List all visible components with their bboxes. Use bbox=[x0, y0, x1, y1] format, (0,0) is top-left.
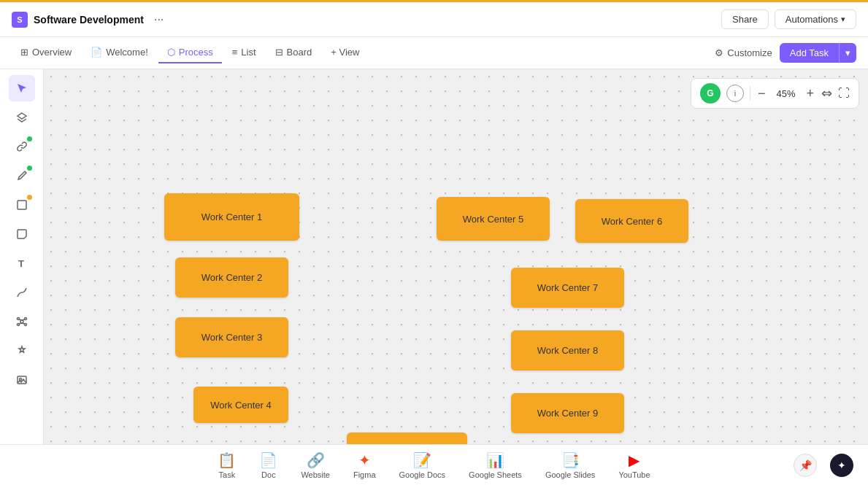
list-icon: ≡ bbox=[232, 47, 238, 58]
bottom-item-googledocs[interactable]: 📝 Google Docs bbox=[399, 451, 446, 479]
rect-dot-indicator bbox=[27, 195, 32, 200]
automations-button[interactable]: Automations ▾ bbox=[775, 9, 856, 29]
work-card-wc3[interactable]: Work Center 3 bbox=[175, 317, 288, 357]
canvas-toolbar: G i − 45% + ⇔ ⛶ bbox=[691, 78, 859, 109]
sidebar-text-tool[interactable]: T bbox=[9, 250, 35, 276]
link-dot-indicator bbox=[27, 136, 32, 141]
top-bar-right: Share Automations ▾ bbox=[721, 9, 856, 29]
top-bar-left: S Software Development ··· bbox=[12, 12, 168, 28]
sidebar-note-tool[interactable] bbox=[9, 221, 35, 247]
add-view-label: + View bbox=[331, 47, 359, 58]
sidebar-draw-tool[interactable] bbox=[9, 279, 35, 306]
googleslides-icon: 📑 bbox=[561, 451, 580, 469]
process-icon: ⬡ bbox=[167, 47, 175, 58]
bottom-item-doc[interactable]: 📄 Doc bbox=[259, 451, 277, 479]
work-card-wc7[interactable]: Work Center 7 bbox=[511, 268, 624, 308]
sidebar-cursor-tool[interactable] bbox=[9, 75, 35, 101]
tab-overview[interactable]: ⊞ Overview bbox=[12, 42, 80, 63]
sidebar-link-tool[interactable] bbox=[9, 133, 35, 160]
sidebar-image-tool[interactable] bbox=[9, 367, 35, 393]
svg-point-5 bbox=[24, 318, 26, 320]
info-icon: i bbox=[734, 89, 736, 98]
zoom-out-button[interactable]: − bbox=[756, 86, 767, 101]
bottom-item-figma[interactable]: ✦ Figma bbox=[353, 451, 376, 479]
task-icon: 📋 bbox=[218, 451, 236, 469]
work-card-wc6[interactable]: Work Center 6 bbox=[575, 199, 688, 243]
pen-dot-indicator bbox=[27, 166, 32, 171]
work-card-wc5[interactable]: Work Center 5 bbox=[437, 197, 550, 241]
user-avatar: G bbox=[700, 83, 721, 104]
main-area: T G i − 45% bbox=[0, 69, 868, 444]
googlesheets-icon: 📊 bbox=[486, 451, 504, 469]
figma-icon: ✦ bbox=[358, 451, 371, 469]
nav-tabs: ⊞ Overview 📄 Welcome! ⬡ Process ≡ List ⊟… bbox=[0, 37, 868, 69]
add-task-chevron-icon[interactable]: ▾ bbox=[839, 43, 856, 63]
bottom-item-task[interactable]: 📋 Task bbox=[218, 451, 236, 479]
add-task-button[interactable]: Add Task ▾ bbox=[780, 43, 856, 63]
svg-marker-0 bbox=[18, 113, 26, 119]
info-button[interactable]: i bbox=[726, 85, 744, 102]
work-card-wc1[interactable]: Work Center 1 bbox=[164, 193, 299, 241]
left-sidebar: T bbox=[0, 69, 44, 444]
tab-process[interactable]: ⬡ Process bbox=[158, 42, 222, 63]
nav-tabs-right: ⚙ Customize Add Task ▾ bbox=[715, 43, 856, 63]
sidebar-ai-tool[interactable] bbox=[9, 338, 35, 364]
tab-welcome[interactable]: 📄 Welcome! bbox=[82, 42, 157, 63]
fit-screen-button[interactable]: ⇔ bbox=[821, 85, 832, 101]
customize-label: Customize bbox=[727, 47, 772, 58]
project-name: Software Development bbox=[34, 14, 144, 26]
zoom-level: 45% bbox=[772, 88, 799, 99]
work-card-wc4a[interactable]: Work Center 4 bbox=[193, 387, 288, 423]
sidebar-rect-tool[interactable] bbox=[9, 192, 35, 218]
tab-list[interactable]: ≡ List bbox=[223, 42, 265, 63]
svg-point-4 bbox=[17, 318, 19, 320]
overview-icon: ⊞ bbox=[20, 47, 28, 58]
tab-list-label: List bbox=[241, 47, 256, 58]
doc-icon: 📄 bbox=[259, 451, 277, 469]
automations-label: Automations bbox=[786, 14, 838, 25]
canvas-area[interactable]: G i − 45% + ⇔ ⛶ Work Center 1Work Center… bbox=[44, 69, 868, 444]
bottom-item-website[interactable]: 🔗 Website bbox=[301, 451, 330, 479]
sidebar-layers-tool[interactable] bbox=[9, 104, 35, 131]
tab-process-label: Process bbox=[179, 47, 213, 58]
tab-add-view[interactable]: + View bbox=[322, 42, 368, 63]
sidebar-network-tool[interactable] bbox=[9, 309, 35, 335]
svg-rect-1 bbox=[18, 201, 26, 209]
googleslides-label: Google Slides bbox=[545, 470, 596, 479]
more-button[interactable]: ··· bbox=[150, 12, 168, 28]
website-label: Website bbox=[301, 470, 330, 479]
canvas-background: G i − 45% + ⇔ ⛶ Work Center 1Work Center… bbox=[44, 69, 868, 444]
sparkle-button[interactable]: ✦ bbox=[830, 454, 853, 477]
work-card-wc8[interactable]: Work Center 8 bbox=[511, 330, 624, 370]
pin-button[interactable]: 📌 bbox=[794, 454, 817, 477]
fullscreen-button[interactable]: ⛶ bbox=[838, 87, 850, 100]
customize-button[interactable]: ⚙ Customize bbox=[715, 47, 772, 58]
nav-tabs-left: ⊞ Overview 📄 Welcome! ⬡ Process ≡ List ⊟… bbox=[12, 42, 368, 63]
work-card-wc4b[interactable]: Work Center 4 bbox=[347, 432, 467, 444]
work-card-wc2[interactable]: Work Center 2 bbox=[175, 257, 288, 298]
work-card-wc9[interactable]: Work Center 9 bbox=[511, 393, 624, 433]
svg-line-11 bbox=[19, 323, 22, 324]
top-bar: S Software Development ··· Share Automat… bbox=[0, 2, 868, 37]
youtube-label: YouTube bbox=[618, 470, 650, 479]
customize-gear-icon: ⚙ bbox=[715, 47, 723, 58]
svg-point-6 bbox=[24, 324, 26, 326]
website-icon: 🔗 bbox=[307, 451, 325, 469]
bottom-item-youtube[interactable]: ▶ YouTube bbox=[618, 451, 650, 479]
tab-welcome-label: Welcome! bbox=[106, 47, 148, 58]
app-icon: S bbox=[12, 12, 28, 28]
svg-line-8 bbox=[19, 319, 22, 320]
task-label: Task bbox=[219, 470, 236, 479]
doc-label: Doc bbox=[261, 470, 276, 479]
canvas-divider bbox=[750, 86, 750, 101]
bottom-item-googleslides[interactable]: 📑 Google Slides bbox=[545, 451, 596, 479]
svg-point-7 bbox=[17, 324, 19, 326]
bottom-bar: 📋 Task 📄 Doc 🔗 Website ✦ Figma 📝 Google … bbox=[0, 444, 868, 485]
bottom-item-googlesheets[interactable]: 📊 Google Sheets bbox=[469, 451, 522, 479]
tab-board[interactable]: ⊟ Board bbox=[266, 42, 321, 63]
share-button[interactable]: Share bbox=[721, 9, 769, 29]
zoom-in-button[interactable]: + bbox=[804, 86, 815, 101]
svg-point-3 bbox=[20, 320, 23, 323]
sidebar-pen-tool[interactable] bbox=[9, 163, 35, 189]
add-task-label: Add Task bbox=[780, 43, 839, 63]
